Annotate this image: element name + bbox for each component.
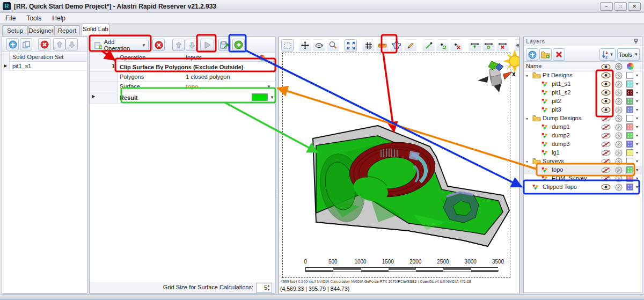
wireframe-toggle-icon[interactable] [615, 166, 623, 174]
menu-file[interactable]: File [0, 13, 21, 23]
spinner-arrows-icon[interactable]: ▲▼ [266, 283, 271, 292]
result-row[interactable]: ▶ Result ▼ [90, 91, 275, 104]
layer-row-eom-survey[interactable]: ♥♥♥EOM_Survey▾ [524, 174, 642, 183]
wireframe-toggle-icon[interactable] [615, 123, 623, 131]
wireframe-toggle-icon[interactable] [615, 175, 623, 182]
polygons-input-row[interactable]: Polygons 1 closed polygon [90, 72, 275, 82]
layer-color-swatch[interactable] [626, 175, 633, 182]
run-operations-button[interactable] [200, 39, 214, 51]
minimize-button[interactable]: – [600, 2, 613, 11]
expander-icon[interactable]: ▾ [526, 159, 528, 164]
layer-row-pit1-s1[interactable]: ♥♥♥pit1_s1▾ [524, 80, 642, 89]
sort-layers-button[interactable]: AZ ▼ [599, 48, 616, 61]
eye-open-icon[interactable] [601, 107, 611, 113]
layer-row-dump3[interactable]: ♥♥♥dump3▾ [524, 140, 642, 149]
duplicate-set-button[interactable] [20, 38, 32, 50]
delete-operation-button[interactable] [152, 39, 165, 51]
layer-color-swatch[interactable] [626, 81, 633, 87]
expander-icon[interactable]: ▾ [526, 74, 528, 78]
delete-set-button[interactable] [38, 38, 50, 50]
eye-hidden-icon[interactable] [601, 158, 611, 165]
wireframe-toggle-icon[interactable] [615, 184, 623, 191]
chevron-down-icon[interactable]: ▾ [636, 133, 638, 138]
export-result-button[interactable] [218, 39, 231, 51]
move-operation-up-button[interactable] [172, 39, 185, 51]
close-button[interactable]: ✕ [628, 2, 641, 11]
layer-color-swatch[interactable] [626, 132, 633, 139]
grid-size-spinner[interactable]: 5 ▲▼ [256, 283, 272, 292]
add-set-button[interactable] [6, 38, 19, 50]
maximize-button[interactable]: □ [614, 2, 627, 11]
tab-setup[interactable]: Setup [2, 25, 28, 35]
layer-row-lg1[interactable]: ♥♥♥lg1▾ [524, 149, 642, 157]
splitter-right[interactable]: ∙∙∙∙ [519, 36, 523, 294]
chevron-down-icon[interactable]: ▾ [636, 82, 638, 86]
wireframe-toggle-icon[interactable] [615, 149, 623, 157]
axis-gizmo[interactable]: x [475, 56, 516, 93]
surface-input-row[interactable]: Surface topo ▼ [90, 82, 275, 91]
eye-open-icon[interactable] [601, 90, 611, 96]
wireframe-toggle-icon[interactable] [615, 81, 623, 88]
layer-color-swatch[interactable] [626, 123, 633, 130]
add-operation-button[interactable]: Add Operation ▼ [92, 39, 149, 52]
eye-open-icon[interactable] [601, 72, 611, 78]
chevron-down-icon[interactable]: ▾ [636, 125, 638, 129]
eye-hidden-icon[interactable] [601, 150, 611, 156]
layer-row-dump1[interactable]: ♥♥♥dump1▾ [524, 123, 642, 131]
layer-row-pit2[interactable]: ♥♥♥pit2▾ [524, 97, 642, 106]
chevron-down-icon[interactable]: ▼ [270, 95, 274, 100]
move-set-down-button[interactable] [65, 38, 78, 50]
wireframe-toggle-icon[interactable] [615, 106, 623, 114]
chevron-down-icon[interactable]: ▾ [636, 90, 638, 95]
layer-row-pit-designs[interactable]: ▾Pit Designs▾ [524, 71, 642, 80]
layer-row-dump2[interactable]: ♥♥♥dump2▾ [524, 131, 642, 140]
chevron-down-icon[interactable]: ▾ [636, 142, 638, 147]
layer-color-swatch[interactable] [626, 106, 633, 113]
chevron-down-icon[interactable]: ▾ [636, 185, 638, 189]
chevron-down-icon[interactable]: ▾ [636, 99, 638, 104]
delete-layer-button[interactable] [553, 48, 565, 61]
eye-hidden-icon[interactable] [601, 175, 611, 182]
chevron-down-icon[interactable]: ▾ [636, 73, 638, 78]
chevron-down-icon[interactable]: ▾ [636, 176, 638, 181]
tab-solid-lab[interactable]: Solid Lab [82, 24, 109, 35]
chevron-down-icon[interactable]: ▾ [636, 159, 638, 164]
wireframe-toggle-icon[interactable] [615, 115, 623, 122]
menu-help[interactable]: Help [47, 13, 71, 23]
layers-tools-button[interactable]: Tools ▼ [617, 48, 640, 61]
layer-row-pit1-s2[interactable]: ♥♥♥pit1_s2▾ [524, 89, 642, 97]
move-set-up-button[interactable] [53, 38, 65, 50]
chevron-down-icon[interactable]: ▾ [636, 150, 638, 155]
layer-color-swatch[interactable] [626, 115, 633, 122]
operation-row[interactable]: 1 Clip Surface By Polygons (Exclude Outs… [90, 62, 275, 72]
layer-row-dump-designs[interactable]: ▾Dump Designs▾ [524, 114, 642, 123]
eye-open-icon[interactable] [601, 184, 611, 190]
chevron-down-icon[interactable]: ▾ [636, 107, 638, 112]
wireframe-toggle-icon[interactable] [615, 158, 623, 165]
layer-row-clipped-topo[interactable]: ♥♥♥Clipped Topo▾ [524, 183, 642, 192]
wireframe-toggle-icon[interactable] [615, 72, 623, 79]
add-layer-button[interactable] [526, 48, 538, 61]
chevron-down-icon[interactable]: ▾ [636, 167, 638, 172]
layer-color-swatch[interactable] [626, 89, 633, 96]
solid-set-row[interactable]: ▶ pit1_s1 [2, 62, 87, 71]
commit-to-layers-button[interactable] [232, 39, 245, 51]
eye-hidden-icon[interactable] [601, 124, 611, 130]
eye-hidden-icon[interactable] [601, 167, 611, 173]
wireframe-toggle-icon[interactable] [615, 141, 623, 148]
wireframe-toggle-icon[interactable] [615, 98, 623, 105]
layer-row-topo[interactable]: ♥♥♥topo▾ [524, 166, 642, 174]
layer-color-swatch[interactable] [626, 158, 633, 165]
eye-open-icon[interactable] [601, 98, 611, 104]
layer-color-swatch[interactable] [626, 166, 633, 173]
layer-color-swatch[interactable] [626, 141, 633, 148]
layer-row-pit3[interactable]: ♥♥♥pit3▾ [524, 106, 642, 114]
layer-color-swatch[interactable] [626, 184, 633, 191]
eye-hidden-icon[interactable] [601, 115, 611, 122]
menu-tools[interactable]: Tools [21, 13, 47, 23]
expander-icon[interactable]: ▾ [526, 116, 528, 121]
result-color-swatch[interactable] [252, 93, 268, 101]
tab-designer[interactable]: Designer [28, 25, 54, 35]
chevron-down-icon[interactable]: ▾ [636, 116, 638, 121]
tab-report[interactable]: Report [54, 25, 80, 35]
